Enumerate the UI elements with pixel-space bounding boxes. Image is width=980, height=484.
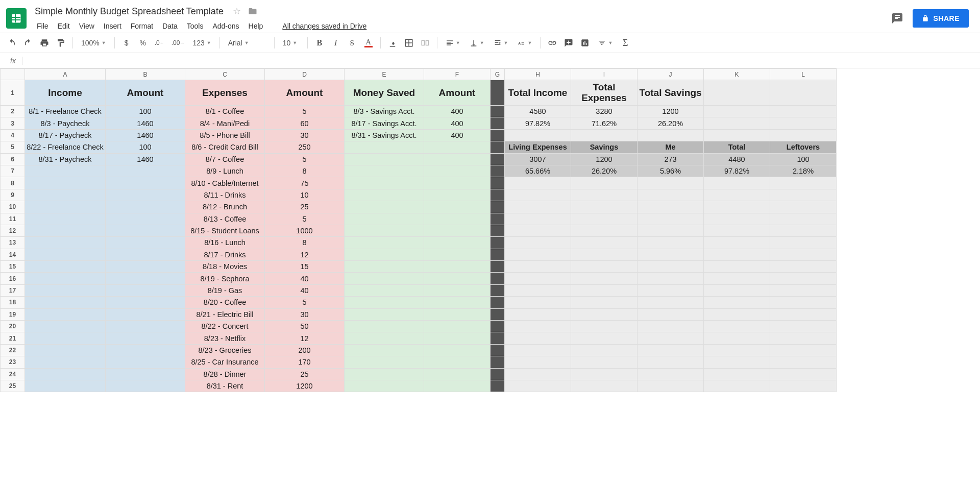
menu-tools[interactable]: Tools (183, 20, 208, 32)
row-header[interactable]: 12 (1, 225, 25, 236)
cell-C9[interactable]: 8/11 - Drinks (185, 189, 265, 201)
cell-L17[interactable] (770, 284, 837, 296)
cell-A16[interactable] (25, 273, 106, 284)
cell-L11[interactable] (770, 213, 837, 225)
cell-H6[interactable]: 3007 (505, 153, 571, 165)
cell-F17[interactable] (424, 284, 491, 296)
cell-C10[interactable]: 8/12 - Brunch (185, 201, 265, 213)
cell-F14[interactable] (424, 249, 491, 260)
cell-C21[interactable]: 8/23 - Netflix (185, 332, 265, 344)
cell-I1[interactable]: Total Expenses (571, 80, 638, 106)
col-header-K[interactable]: K (704, 69, 770, 80)
cell-I15[interactable] (571, 261, 638, 273)
cell-C1[interactable]: Expenses (185, 80, 265, 106)
cell-J2[interactable]: 1200 (638, 106, 704, 117)
cell-D8[interactable]: 75 (265, 177, 345, 189)
cell-E21[interactable] (345, 332, 424, 344)
zoom-select[interactable]: 100%▼ (77, 39, 110, 47)
cell-C18[interactable]: 8/20 - Coffee (185, 297, 265, 308)
cell-L21[interactable] (770, 332, 837, 344)
cell-K14[interactable] (704, 249, 770, 260)
select-all-corner[interactable] (1, 69, 25, 80)
row-header[interactable]: 19 (1, 308, 25, 320)
cell-F18[interactable] (424, 297, 491, 308)
cell-H23[interactable] (505, 356, 571, 368)
cell-G3[interactable] (491, 117, 505, 129)
cell-I2[interactable]: 3280 (571, 106, 638, 117)
cell-F7[interactable] (424, 165, 491, 177)
cell-K2[interactable] (704, 106, 770, 117)
cell-G9[interactable] (491, 189, 505, 201)
cell-D7[interactable]: 8 (265, 165, 345, 177)
move-folder-icon[interactable] (248, 7, 257, 16)
cell-E15[interactable] (345, 261, 424, 273)
cell-C5[interactable]: 8/6 - Credit Card Bill (185, 141, 265, 153)
row-header[interactable]: 2 (1, 106, 25, 117)
cell-G6[interactable] (491, 153, 505, 165)
cell-L13[interactable] (770, 237, 837, 249)
cell-B6[interactable]: 1460 (106, 153, 185, 165)
cell-A9[interactable] (25, 189, 106, 201)
vertical-align-icon[interactable]: ▼ (465, 39, 488, 47)
cell-B14[interactable] (106, 249, 185, 260)
cell-E17[interactable] (345, 284, 424, 296)
row-header[interactable]: 15 (1, 261, 25, 273)
fill-color-icon[interactable] (385, 36, 400, 50)
row-header[interactable]: 6 (1, 153, 25, 165)
cell-L1[interactable] (770, 80, 837, 106)
cell-G1[interactable] (491, 80, 505, 106)
cell-K10[interactable] (704, 201, 770, 213)
cell-C13[interactable]: 8/16 - Lunch (185, 237, 265, 249)
cell-I22[interactable] (571, 344, 638, 356)
cell-H1[interactable]: Total Income (505, 80, 571, 106)
cell-L5[interactable]: Leftovers (770, 141, 837, 153)
cell-G24[interactable] (491, 368, 505, 380)
cell-K23[interactable] (704, 356, 770, 368)
cell-J13[interactable] (638, 237, 704, 249)
cell-A6[interactable]: 8/31 - Paycheck (25, 153, 106, 165)
col-header-J[interactable]: J (638, 69, 704, 80)
cell-J14[interactable] (638, 249, 704, 260)
cell-J5[interactable]: Me (638, 141, 704, 153)
paint-format-icon[interactable] (53, 36, 68, 50)
row-header[interactable]: 16 (1, 273, 25, 284)
cell-G13[interactable] (491, 237, 505, 249)
cell-K7[interactable]: 97.82% (704, 165, 770, 177)
cell-J18[interactable] (638, 297, 704, 308)
cell-I18[interactable] (571, 297, 638, 308)
cell-H9[interactable] (505, 189, 571, 201)
cell-L23[interactable] (770, 356, 837, 368)
cell-D13[interactable]: 8 (265, 237, 345, 249)
row-header[interactable]: 22 (1, 344, 25, 356)
cell-E14[interactable] (345, 249, 424, 260)
row-header[interactable]: 25 (1, 380, 25, 392)
cell-E25[interactable] (345, 380, 424, 392)
cell-D9[interactable]: 10 (265, 189, 345, 201)
cell-J21[interactable] (638, 332, 704, 344)
row-header[interactable]: 24 (1, 368, 25, 380)
cell-E18[interactable] (345, 297, 424, 308)
cell-J24[interactable] (638, 368, 704, 380)
cell-E1[interactable]: Money Saved (345, 80, 424, 106)
insert-comment-icon[interactable] (561, 36, 576, 50)
text-color-icon[interactable]: A (361, 36, 376, 50)
spreadsheet-grid[interactable]: A B C D E F G H I J K L 1IncomeAmountExp… (0, 68, 980, 484)
col-header-C[interactable]: C (185, 69, 265, 80)
insert-chart-icon[interactable] (577, 36, 593, 50)
cell-G22[interactable] (491, 344, 505, 356)
format-currency-icon[interactable]: $ (119, 36, 134, 50)
cell-E3[interactable]: 8/17 - Savings Acct. (345, 117, 424, 129)
cell-D6[interactable]: 5 (265, 153, 345, 165)
cell-E13[interactable] (345, 237, 424, 249)
row-header[interactable]: 4 (1, 129, 25, 141)
cell-K19[interactable] (704, 308, 770, 320)
cell-A8[interactable] (25, 177, 106, 189)
cell-E11[interactable] (345, 213, 424, 225)
cell-G20[interactable] (491, 321, 505, 332)
cell-F4[interactable]: 400 (424, 129, 491, 141)
cell-L14[interactable] (770, 249, 837, 260)
cell-F22[interactable] (424, 344, 491, 356)
cell-J3[interactable]: 26.20% (638, 117, 704, 129)
cell-A7[interactable] (25, 165, 106, 177)
row-header[interactable]: 9 (1, 189, 25, 201)
